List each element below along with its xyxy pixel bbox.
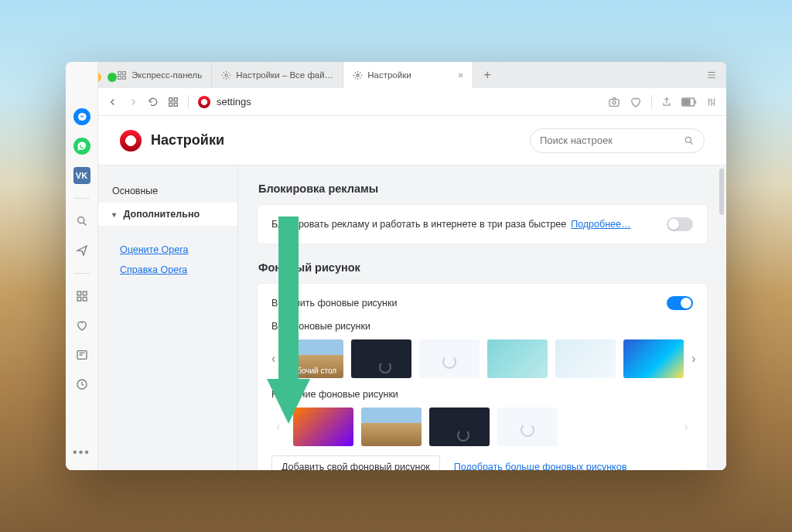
svg-rect-10	[123, 76, 126, 79]
battery-icon[interactable]	[681, 97, 697, 107]
wallpapers-prev-button[interactable]: ‹	[271, 339, 275, 378]
rate-opera-link[interactable]: Оцените Opera	[98, 240, 237, 260]
settings-search-input[interactable]	[540, 135, 684, 146]
opera-logo-icon	[198, 96, 210, 108]
tab-strip: Экспресс-панель Настройки – Все файлы co…	[98, 62, 726, 88]
tab-close-icon[interactable]: ×	[458, 70, 464, 81]
svg-rect-3	[77, 297, 81, 301]
adblock-card: Блокировать рекламу и работать в интерне…	[257, 204, 708, 244]
svg-rect-16	[174, 103, 177, 106]
svg-rect-8	[123, 71, 126, 74]
svg-point-21	[685, 137, 691, 142]
wallpaper-thumb[interactable]	[351, 339, 411, 378]
help-opera-link[interactable]: Справка Opera	[98, 260, 237, 280]
svg-rect-1	[77, 292, 81, 295]
svg-rect-7	[118, 71, 121, 74]
tab-settings[interactable]: Настройки ×	[343, 62, 473, 88]
settings-header: Настройки	[98, 116, 726, 165]
recent-wallpapers-label: Недавние фоновые рисунки	[271, 389, 693, 400]
address-input[interactable]	[217, 96, 449, 107]
share-icon[interactable]	[661, 97, 672, 107]
tab-title: Экспресс-панель	[131, 70, 202, 80]
toolbar-divider	[188, 95, 189, 109]
speed-dial-icon[interactable]	[73, 288, 90, 305]
tabs-menu-icon[interactable]	[706, 62, 726, 88]
svg-rect-13	[169, 97, 172, 101]
wallpaper-enable-text: Включить фоновые рисунки	[271, 298, 397, 309]
gear-icon	[353, 70, 363, 80]
window-zoom-button[interactable]	[108, 73, 117, 82]
sidebar-rail: VK •••	[66, 62, 98, 470]
nav-advanced[interactable]: ▾ Дополнительно	[98, 203, 237, 226]
send-icon[interactable]	[73, 242, 90, 259]
new-tab-button[interactable]: +	[473, 62, 501, 88]
recent-next-button[interactable]: ›	[679, 408, 693, 446]
rail-more-icon[interactable]: •••	[73, 445, 90, 459]
wallpaper-thumb[interactable]	[487, 339, 548, 378]
rail-divider	[74, 198, 90, 199]
svg-point-0	[77, 217, 84, 223]
adblock-toggle[interactable]	[667, 217, 693, 231]
browser-window: VK ••• Экспресс-панель	[66, 62, 726, 470]
messenger-icon[interactable]	[73, 108, 90, 125]
recent-prev-button[interactable]: ‹	[271, 408, 285, 446]
wallpaper-toggle[interactable]	[667, 296, 693, 310]
tab-title: Настройки	[367, 70, 411, 80]
tab-speed-dial[interactable]: Экспресс-панель	[108, 62, 212, 88]
wallpaper-thumb[interactable]	[419, 339, 480, 378]
toolbar	[98, 88, 726, 116]
easy-setup-icon[interactable]	[706, 97, 717, 107]
wallpaper-section-title: Фоновый рисунок	[258, 261, 708, 274]
settings-main[interactable]: Блокировка рекламы Блокировать рекламу и…	[237, 165, 726, 470]
all-wallpapers-label: Все фоновые рисунки	[271, 321, 693, 332]
wallpaper-thumb[interactable]	[429, 408, 490, 446]
speed-dial-icon	[117, 70, 127, 80]
forward-button[interactable]	[128, 97, 138, 107]
news-icon[interactable]	[73, 346, 90, 363]
history-icon[interactable]	[73, 376, 90, 393]
wallpaper-thumb[interactable]	[555, 339, 616, 378]
wallpaper-thumb-desktop[interactable]: Рабочий стол	[283, 339, 343, 378]
adblock-section-title: Блокировка рекламы	[258, 182, 708, 195]
wallpaper-thumb[interactable]	[623, 339, 684, 378]
wallpapers-next-button[interactable]: ›	[691, 339, 695, 378]
wallpaper-card: Включить фоновые рисунки Все фоновые рис…	[257, 283, 708, 470]
nav-basic[interactable]: Основные	[98, 179, 237, 203]
wallpaper-thumb[interactable]	[361, 408, 422, 446]
address-bar[interactable]	[198, 96, 599, 108]
adblock-learn-more-link[interactable]: Подробнее…	[571, 219, 630, 230]
svg-rect-9	[118, 76, 121, 79]
search-icon[interactable]	[73, 213, 90, 230]
svg-rect-17	[609, 99, 619, 106]
whatsapp-icon[interactable]	[73, 138, 90, 155]
vk-icon[interactable]: VK	[73, 167, 90, 184]
scrollbar-thumb[interactable]	[719, 169, 724, 215]
tab-title: Настройки – Все файлы coo	[236, 70, 333, 80]
wallpaper-thumb[interactable]	[497, 408, 558, 446]
adblock-row-text: Блокировать рекламу и работать в интерне…	[271, 219, 566, 230]
search-icon	[684, 135, 695, 146]
svg-rect-2	[83, 292, 87, 295]
svg-point-11	[225, 73, 227, 76]
heart-icon[interactable]	[73, 317, 90, 334]
speed-dial-button[interactable]	[168, 97, 179, 107]
chevron-down-icon: ▾	[112, 210, 116, 219]
opera-logo-icon	[120, 130, 142, 152]
tab-settings-cookies[interactable]: Настройки – Все файлы coo	[212, 62, 343, 88]
svg-rect-4	[83, 297, 87, 301]
toolbar-divider	[651, 95, 652, 109]
settings-search[interactable]	[530, 128, 705, 153]
more-wallpapers-link[interactable]: Подобрать больше фоновых рисунков	[454, 462, 626, 470]
svg-point-18	[613, 101, 616, 104]
wallpaper-thumb-label: Рабочий стол	[288, 367, 336, 376]
settings-nav: Основные ▾ Дополнительно Оцените Opera С…	[98, 165, 237, 470]
svg-rect-20	[684, 99, 690, 104]
wallpaper-thumb[interactable]	[293, 408, 353, 446]
snapshot-icon[interactable]	[608, 96, 620, 108]
svg-rect-15	[169, 103, 172, 106]
gear-icon	[221, 70, 231, 80]
back-button[interactable]	[108, 97, 118, 107]
add-wallpaper-button[interactable]: Добавить свой фоновый рисунок	[271, 455, 440, 470]
bookmark-icon[interactable]	[630, 96, 642, 108]
reload-button[interactable]	[148, 97, 159, 107]
